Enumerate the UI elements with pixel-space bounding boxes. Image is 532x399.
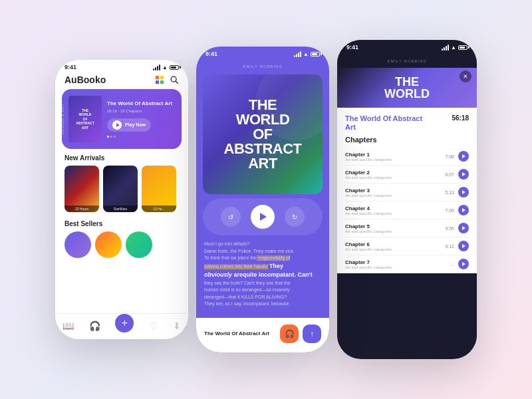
wifi-icon-3: ▲ xyxy=(451,45,456,51)
signal-icon-3 xyxy=(442,45,449,51)
chapters-list: Chapter 1 Art and specific categories 7:… xyxy=(337,148,477,273)
text-line-8: deranged—that it KILLS FOR ALIVING? xyxy=(204,294,321,301)
chapter-row-1[interactable]: Chapter 1 Art and specific categories 7:… xyxy=(345,148,469,166)
nav-book[interactable]: 📖 xyxy=(63,321,74,331)
chap-right-3: 5:13 xyxy=(445,187,469,198)
chap-cat-6: Art and specific categories xyxy=(345,247,445,251)
status-icons-1: ▲ xyxy=(153,65,179,70)
headphones-icon: 🎧 xyxy=(89,321,100,331)
hero-info: The World Of Abstract Art 56:18 · 18 Cha… xyxy=(107,100,175,138)
book-text-area: Must I go into details? Damn fools, the … xyxy=(196,235,329,313)
footer-buttons: 🎧 ↑ xyxy=(280,325,321,343)
play-circle-icon xyxy=(112,120,122,130)
scroll-up-button[interactable]: ↑ xyxy=(303,325,321,343)
chapter-row-2[interactable]: Chapter 2 Art and specific categories 6:… xyxy=(345,166,469,184)
bottom-nav: 📖 🎧 + ♡ ⬇ xyxy=(55,313,188,339)
book-item-1[interactable]: 13 Hours xyxy=(65,166,99,212)
book-label-1: 13 Hours xyxy=(65,205,99,212)
book-item-2[interactable]: StarWars xyxy=(103,166,138,212)
bestseller-2[interactable] xyxy=(95,231,122,258)
time-2: 9:41 xyxy=(205,51,217,57)
status-bar-3: 9:41 ▲ xyxy=(337,40,477,52)
best-sellers-section: Best Sellers xyxy=(55,215,188,261)
chap-cat-2: Art and specific categories xyxy=(345,176,445,180)
chap-name-4: Chapter 4 xyxy=(345,205,445,211)
dot-3 xyxy=(114,136,116,138)
chapter-row-3[interactable]: Chapter 3 Art and specific categories 5:… xyxy=(345,184,469,201)
chap-cat-5: Art and specific categories xyxy=(345,229,445,233)
chap-time-4: 7:08 xyxy=(445,208,454,213)
chapter-row-6[interactable]: Chapter 6 Art and specific categories 9:… xyxy=(345,237,469,255)
chap-info-4: Chapter 4 Art and specific categories xyxy=(345,205,445,215)
close-button[interactable]: ✕ xyxy=(460,70,471,82)
search-icon[interactable] xyxy=(170,75,179,84)
chap-play-btn-3[interactable] xyxy=(458,187,469,198)
hero-meta: 56:18 · 18 Chapters xyxy=(107,109,175,113)
chap-play-btn-4[interactable] xyxy=(458,205,469,215)
nav-heart[interactable]: ♡ xyxy=(149,321,158,331)
album-art: THE WORLD OF ABSTRACT ART xyxy=(203,74,323,194)
text-line-3: To think that we place the responsibilit… xyxy=(204,255,321,262)
chap-info-7: Chapter 7 Art and specific categories xyxy=(345,259,450,269)
grid-icon[interactable] xyxy=(155,75,164,84)
book-item-3[interactable]: 13 Ho... xyxy=(142,166,176,212)
wifi-icon-2: ▲ xyxy=(303,51,309,57)
chap-cat-1: Art and specific categories xyxy=(345,158,445,162)
replay-button[interactable]: ↺ xyxy=(221,207,241,227)
status-bar-2: 9:41 ▲ xyxy=(196,47,329,59)
forward-button[interactable]: ↻ xyxy=(285,207,305,227)
chapter-row-7[interactable]: Chapter 7 Art and specific categories ..… xyxy=(345,255,469,273)
chap-info-3: Chapter 3 Art and specific categories xyxy=(345,188,445,198)
battery-icon-2 xyxy=(311,52,320,57)
chap-play-btn-2[interactable] xyxy=(458,169,469,180)
p3-duration: 56:18 xyxy=(452,114,469,122)
chap-play-btn-6[interactable] xyxy=(458,241,469,251)
chap-cat-7: Art and specific categories xyxy=(345,265,450,269)
p3-white-content: The World Of Abstract Art 56:18 Chapters… xyxy=(337,108,477,273)
nav-add-button[interactable]: + xyxy=(115,314,134,332)
chap-name-2: Chapter 2 xyxy=(345,170,445,176)
playback-controls: ↺ ↻ xyxy=(203,198,323,235)
chap-time-7: ... xyxy=(450,262,454,267)
chapter-row-4[interactable]: Chapter 4 Art and specific categories 7:… xyxy=(345,201,469,219)
chap-right-4: 7:08 xyxy=(445,205,469,215)
nav-headphones[interactable]: 🎧 xyxy=(89,321,100,331)
listen-button[interactable]: 🎧 xyxy=(280,325,299,343)
status-icons-2: ▲ xyxy=(294,51,320,57)
chap-play-btn-7[interactable] xyxy=(458,259,469,269)
book-cover: THEWORLDOFABSTRACTART xyxy=(68,96,102,142)
app-logo: AuBooko xyxy=(65,74,106,85)
play-button[interactable]: Play Now xyxy=(107,118,151,132)
wifi-icon: ▲ xyxy=(162,65,168,70)
bestseller-1[interactable] xyxy=(65,231,91,258)
status-icons-3: ▲ xyxy=(442,45,467,51)
chap-info-2: Chapter 2 Art and specific categories xyxy=(345,170,445,180)
play-main-button[interactable] xyxy=(251,205,275,229)
text-line-5: obviously arequite incompatant. Can't xyxy=(204,271,321,280)
chap-right-5: 4:56 xyxy=(445,223,469,233)
bestseller-3[interactable] xyxy=(126,231,152,258)
chap-name-5: Chapter 5 xyxy=(345,223,445,229)
chap-time-5: 4:56 xyxy=(445,226,454,231)
svg-rect-2 xyxy=(156,80,159,84)
header-art-text: THE WORLD xyxy=(384,76,430,100)
chap-info-1: Chapter 1 Art and specific categories xyxy=(345,152,445,162)
chap-right-2: 6:07 xyxy=(445,169,469,180)
text-line-1: Must I go into details? xyxy=(204,241,321,248)
nav-download[interactable]: ⬇ xyxy=(173,321,181,331)
chap-info-6: Chapter 6 Art and specific categories xyxy=(345,241,445,251)
book-label-2: StarWars xyxy=(103,205,138,212)
p3-header-art: THE WORLD ✕ xyxy=(337,68,477,108)
album-title: THE WORLD OF ABSTRACT ART xyxy=(224,98,302,171)
chap-name-1: Chapter 1 xyxy=(345,152,445,158)
heart-icon: ♡ xyxy=(149,321,158,331)
chapter-row-5[interactable]: Chapter 5 Art and specific categories 4:… xyxy=(345,219,469,237)
chap-play-btn-5[interactable] xyxy=(458,223,469,233)
chap-play-btn-1[interactable] xyxy=(458,151,469,162)
chap-right-1: 7:08 xyxy=(445,151,469,162)
signal-icon-2 xyxy=(294,51,301,57)
text-line-9: They are, as I say, incompatant, because xyxy=(204,301,321,308)
chap-name-3: Chapter 3 xyxy=(345,188,445,194)
hero-title: The World Of Abstract Art xyxy=(107,100,175,107)
chap-time-6: 9:12 xyxy=(445,244,454,249)
